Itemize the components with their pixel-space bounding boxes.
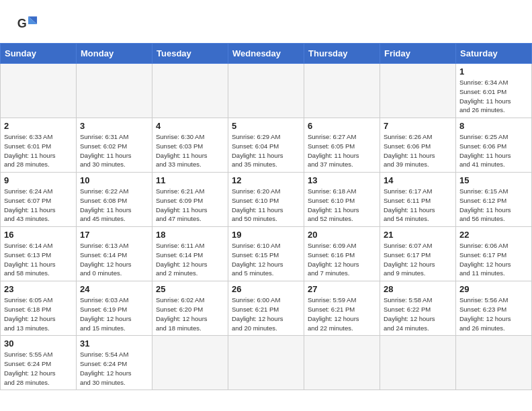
calendar-cell: 3Sunrise: 6:31 AM Sunset: 6:02 PM Daylig… xyxy=(77,118,152,173)
day-number: 5 xyxy=(232,121,300,131)
weekday-header-saturday: Saturday xyxy=(456,44,532,64)
calendar-cell: 21Sunrise: 6:07 AM Sunset: 6:17 PM Dayli… xyxy=(380,227,456,281)
day-info: Sunrise: 6:07 AM Sunset: 6:17 PM Dayligh… xyxy=(384,241,452,278)
day-info: Sunrise: 6:13 AM Sunset: 6:14 PM Dayligh… xyxy=(80,241,148,278)
calendar-week-row: 30Sunrise: 5:55 AM Sunset: 6:24 PM Dayli… xyxy=(1,336,532,390)
logo: G xyxy=(16,12,43,36)
calendar-cell: 19Sunrise: 6:10 AM Sunset: 6:15 PM Dayli… xyxy=(228,227,304,281)
calendar-cell xyxy=(152,336,228,390)
day-number: 18 xyxy=(156,230,224,240)
calendar-cell: 29Sunrise: 5:56 AM Sunset: 6:23 PM Dayli… xyxy=(456,281,532,336)
day-number: 24 xyxy=(80,284,148,294)
day-number: 29 xyxy=(459,284,528,294)
calendar-cell: 20Sunrise: 6:09 AM Sunset: 6:16 PM Dayli… xyxy=(304,227,380,281)
day-number: 12 xyxy=(232,175,300,185)
day-number: 4 xyxy=(156,121,224,131)
weekday-header-sunday: Sunday xyxy=(1,44,77,64)
day-info: Sunrise: 6:00 AM Sunset: 6:21 PM Dayligh… xyxy=(232,295,300,332)
day-info: Sunrise: 6:02 AM Sunset: 6:20 PM Dayligh… xyxy=(156,295,224,332)
calendar-cell xyxy=(304,336,380,390)
calendar-week-row: 1Sunrise: 6:34 AM Sunset: 6:01 PM Daylig… xyxy=(1,64,532,118)
page: G SundayMondayTuesdayWednesdayThursdayFr… xyxy=(0,0,532,390)
day-number: 15 xyxy=(459,175,528,185)
calendar-cell: 22Sunrise: 6:06 AM Sunset: 6:17 PM Dayli… xyxy=(456,227,532,281)
day-number: 30 xyxy=(4,338,73,349)
day-number: 10 xyxy=(80,175,148,185)
day-info: Sunrise: 6:10 AM Sunset: 6:15 PM Dayligh… xyxy=(232,241,300,278)
day-info: Sunrise: 6:05 AM Sunset: 6:18 PM Dayligh… xyxy=(4,295,73,332)
calendar-cell: 23Sunrise: 6:05 AM Sunset: 6:18 PM Dayli… xyxy=(1,281,77,336)
day-number: 1 xyxy=(459,66,528,77)
calendar-cell xyxy=(77,64,152,118)
day-number: 16 xyxy=(4,230,73,240)
calendar-cell: 24Sunrise: 6:03 AM Sunset: 6:19 PM Dayli… xyxy=(77,281,152,336)
day-info: Sunrise: 6:17 AM Sunset: 6:11 PM Dayligh… xyxy=(384,187,452,224)
day-info: Sunrise: 6:25 AM Sunset: 6:06 PM Dayligh… xyxy=(459,132,528,169)
day-number: 31 xyxy=(80,338,148,349)
calendar-cell xyxy=(228,64,304,118)
calendar-week-row: 23Sunrise: 6:05 AM Sunset: 6:18 PM Dayli… xyxy=(1,281,532,336)
calendar-cell: 27Sunrise: 5:59 AM Sunset: 6:21 PM Dayli… xyxy=(304,281,380,336)
day-number: 21 xyxy=(384,230,452,240)
calendar-week-row: 2Sunrise: 6:33 AM Sunset: 6:01 PM Daylig… xyxy=(1,118,532,173)
calendar-cell: 17Sunrise: 6:13 AM Sunset: 6:14 PM Dayli… xyxy=(77,227,152,281)
day-info: Sunrise: 6:31 AM Sunset: 6:02 PM Dayligh… xyxy=(80,132,148,169)
calendar-cell: 15Sunrise: 6:15 AM Sunset: 6:12 PM Dayli… xyxy=(456,173,532,227)
calendar-cell: 7Sunrise: 6:26 AM Sunset: 6:06 PM Daylig… xyxy=(380,118,456,173)
day-info: Sunrise: 6:27 AM Sunset: 6:05 PM Dayligh… xyxy=(308,132,376,169)
day-info: Sunrise: 5:56 AM Sunset: 6:23 PM Dayligh… xyxy=(459,295,528,332)
day-info: Sunrise: 6:21 AM Sunset: 6:09 PM Dayligh… xyxy=(156,187,224,224)
weekday-header-friday: Friday xyxy=(380,44,456,64)
day-number: 13 xyxy=(308,175,376,185)
calendar-wrapper: SundayMondayTuesdayWednesdayThursdayFrid… xyxy=(0,43,532,390)
calendar-cell xyxy=(228,336,304,390)
day-number: 6 xyxy=(308,121,376,131)
day-info: Sunrise: 6:34 AM Sunset: 6:01 PM Dayligh… xyxy=(459,78,528,115)
day-info: Sunrise: 5:54 AM Sunset: 6:24 PM Dayligh… xyxy=(80,350,148,387)
weekday-header-tuesday: Tuesday xyxy=(152,44,228,64)
calendar-cell xyxy=(380,336,456,390)
calendar-cell: 6Sunrise: 6:27 AM Sunset: 6:05 PM Daylig… xyxy=(304,118,380,173)
day-number: 23 xyxy=(4,284,73,294)
day-info: Sunrise: 6:24 AM Sunset: 6:07 PM Dayligh… xyxy=(4,187,73,224)
svg-text:G: G xyxy=(17,17,27,30)
calendar-cell xyxy=(152,64,228,118)
day-number: 28 xyxy=(384,284,452,294)
day-number: 8 xyxy=(459,121,528,131)
day-info: Sunrise: 5:55 AM Sunset: 6:24 PM Dayligh… xyxy=(4,350,73,387)
day-number: 27 xyxy=(308,284,376,294)
calendar-cell xyxy=(456,336,532,390)
day-info: Sunrise: 5:58 AM Sunset: 6:22 PM Dayligh… xyxy=(384,295,452,332)
day-number: 3 xyxy=(80,121,148,131)
day-info: Sunrise: 6:09 AM Sunset: 6:16 PM Dayligh… xyxy=(308,241,376,278)
calendar-cell: 28Sunrise: 5:58 AM Sunset: 6:22 PM Dayli… xyxy=(380,281,456,336)
day-info: Sunrise: 6:29 AM Sunset: 6:04 PM Dayligh… xyxy=(232,132,300,169)
day-info: Sunrise: 6:06 AM Sunset: 6:17 PM Dayligh… xyxy=(459,241,528,278)
day-info: Sunrise: 6:22 AM Sunset: 6:08 PM Dayligh… xyxy=(80,187,148,224)
calendar-week-row: 16Sunrise: 6:14 AM Sunset: 6:13 PM Dayli… xyxy=(1,227,532,281)
calendar-cell: 30Sunrise: 5:55 AM Sunset: 6:24 PM Dayli… xyxy=(1,336,77,390)
day-number: 19 xyxy=(232,230,300,240)
day-number: 2 xyxy=(4,121,73,131)
calendar-cell: 31Sunrise: 5:54 AM Sunset: 6:24 PM Dayli… xyxy=(77,336,152,390)
calendar-cell xyxy=(380,64,456,118)
calendar-cell: 14Sunrise: 6:17 AM Sunset: 6:11 PM Dayli… xyxy=(380,173,456,227)
day-number: 14 xyxy=(384,175,452,185)
day-info: Sunrise: 5:59 AM Sunset: 6:21 PM Dayligh… xyxy=(308,295,376,332)
day-info: Sunrise: 6:30 AM Sunset: 6:03 PM Dayligh… xyxy=(156,132,224,169)
calendar-cell: 8Sunrise: 6:25 AM Sunset: 6:06 PM Daylig… xyxy=(456,118,532,173)
day-number: 22 xyxy=(459,230,528,240)
day-info: Sunrise: 6:18 AM Sunset: 6:10 PM Dayligh… xyxy=(308,187,376,224)
calendar-cell: 25Sunrise: 6:02 AM Sunset: 6:20 PM Dayli… xyxy=(152,281,228,336)
day-number: 9 xyxy=(4,175,73,185)
calendar-week-row: 9Sunrise: 6:24 AM Sunset: 6:07 PM Daylig… xyxy=(1,173,532,227)
weekday-header-row: SundayMondayTuesdayWednesdayThursdayFrid… xyxy=(1,44,532,64)
calendar-cell: 2Sunrise: 6:33 AM Sunset: 6:01 PM Daylig… xyxy=(1,118,77,173)
calendar-cell: 18Sunrise: 6:11 AM Sunset: 6:14 PM Dayli… xyxy=(152,227,228,281)
calendar-cell: 5Sunrise: 6:29 AM Sunset: 6:04 PM Daylig… xyxy=(228,118,304,173)
calendar-cell: 11Sunrise: 6:21 AM Sunset: 6:09 PM Dayli… xyxy=(152,173,228,227)
day-number: 11 xyxy=(156,175,224,185)
weekday-header-wednesday: Wednesday xyxy=(228,44,304,64)
calendar-cell: 4Sunrise: 6:30 AM Sunset: 6:03 PM Daylig… xyxy=(152,118,228,173)
day-info: Sunrise: 6:26 AM Sunset: 6:06 PM Dayligh… xyxy=(384,132,452,169)
